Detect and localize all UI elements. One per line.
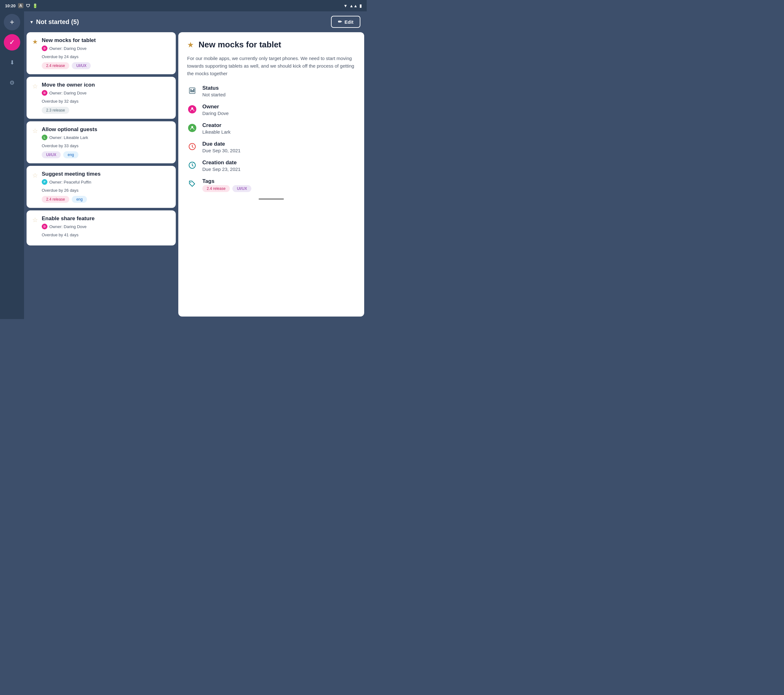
- task-meta: D Owner: Daring Dove: [42, 46, 170, 51]
- detail-header: ★ New mocks for tablet: [187, 40, 355, 49]
- fab-add-button[interactable]: +: [4, 14, 20, 30]
- field-label: Owner: [202, 104, 355, 110]
- task-list-panel: ★ New mocks for tablet D Owner: Daring D…: [26, 32, 178, 317]
- battery-level-icon: ▮: [359, 3, 362, 8]
- task-card[interactable]: ☆ Allow optional guests L Owner: Likeabl…: [26, 121, 176, 163]
- task-tags: 2.4 release eng: [42, 196, 170, 203]
- tag: 2.4 release: [42, 62, 69, 69]
- svg-rect-1: [190, 89, 191, 92]
- svg-point-8: [190, 182, 191, 183]
- svg-rect-2: [192, 90, 193, 92]
- tag: 2.4 release: [42, 196, 69, 203]
- status-bar: 10:20 A 🛡 🔋 ▼ ▲▲ ▮: [0, 0, 367, 12]
- panels: ★ New mocks for tablet D Owner: Daring D…: [24, 32, 367, 319]
- field-content: Owner Daring Dove: [202, 104, 355, 116]
- status-bar-right: ▼ ▲▲ ▮: [343, 3, 362, 8]
- task-title: Allow optional guests: [42, 127, 170, 133]
- owner-avatar: P: [42, 179, 48, 185]
- overdue-text: Overdue by 33 days: [42, 143, 170, 148]
- owner-name: Owner: Daring Dove: [49, 224, 87, 229]
- task-meta: P Owner: Peaceful Puffin: [42, 179, 170, 185]
- header: ▾ Not started (5) ✏ Edit: [24, 12, 367, 32]
- star-empty-icon: ☆: [32, 82, 38, 90]
- tag: UI/UX: [232, 185, 251, 192]
- edit-button[interactable]: ✏ Edit: [331, 16, 361, 28]
- task-info: Allow optional guests L Owner: Likeable …: [42, 127, 170, 141]
- owner-avatar: D: [42, 223, 48, 229]
- task-card-header: ☆ Allow optional guests L Owner: Likeabl…: [32, 127, 170, 141]
- detail-field-tags: Tags 2.4 release UI/UX: [187, 178, 355, 192]
- tag: eng: [72, 196, 87, 203]
- field-label: Status: [202, 85, 355, 91]
- status-bar-left: 10:20 A 🛡 🔋: [5, 3, 38, 8]
- field-content: Tags 2.4 release UI/UX: [202, 178, 355, 192]
- time-display: 10:20: [5, 3, 15, 8]
- star-filled-icon: ★: [187, 40, 194, 49]
- sidebar-item-inbox[interactable]: ⬇: [4, 54, 20, 71]
- pencil-icon: ✏: [338, 19, 342, 25]
- field-label: Due date: [202, 141, 355, 147]
- detail-field-creation-date: Creation date Due Sep 23, 2021: [187, 159, 355, 172]
- task-info: Suggest meeting times P Owner: Peaceful …: [42, 171, 170, 186]
- detail-field-due-date: Due date Due Sep 30, 2021: [187, 141, 355, 153]
- sidebar-item-tasks[interactable]: ✓: [4, 34, 20, 51]
- scroll-indicator: [259, 199, 284, 200]
- shield-icon: 🛡: [26, 3, 30, 8]
- plus-icon: +: [10, 18, 14, 26]
- field-content: Creation date Due Sep 23, 2021: [202, 159, 355, 172]
- task-card[interactable]: ★ New mocks for tablet D Owner: Daring D…: [26, 32, 176, 74]
- task-tags: 2.3 release: [42, 107, 170, 114]
- field-label: Tags: [202, 178, 355, 184]
- task-card-header: ☆ Move the owner icon D Owner: Daring Do…: [32, 82, 170, 97]
- task-info: Move the owner icon D Owner: Daring Dove: [42, 82, 170, 97]
- overdue-text: Overdue by 24 days: [42, 54, 170, 59]
- task-meta: D Owner: Daring Dove: [42, 90, 170, 96]
- owner-name: Owner: Daring Dove: [49, 46, 87, 51]
- creator-icon: [187, 123, 197, 133]
- content-area: ▾ Not started (5) ✏ Edit ★ New mocks for…: [24, 12, 367, 319]
- task-title: Move the owner icon: [42, 82, 170, 88]
- task-card-header: ☆ Suggest meeting times P Owner: Peacefu…: [32, 171, 170, 186]
- owner-avatar: L: [42, 135, 48, 140]
- status-icon: [187, 85, 197, 96]
- app-icon-a: A: [18, 3, 23, 8]
- header-title: Not started (5): [36, 18, 79, 26]
- field-value: Due Sep 23, 2021: [202, 166, 355, 172]
- star-empty-icon: ☆: [32, 127, 38, 135]
- task-tags: 2.4 release UI/UX: [42, 62, 170, 69]
- field-content: Creator Likeable Lark: [202, 122, 355, 135]
- check-circle-icon: ✓: [9, 38, 15, 46]
- due-date-icon: [187, 141, 197, 152]
- header-left: ▾ Not started (5): [30, 18, 79, 26]
- star-filled-icon: ★: [32, 38, 38, 46]
- tag: UI/UX: [72, 62, 91, 69]
- task-card-header: ☆ Enable share feature D Owner: Daring D…: [32, 215, 170, 231]
- task-card[interactable]: ☆ Enable share feature D Owner: Daring D…: [26, 210, 176, 245]
- task-title: Suggest meeting times: [42, 171, 170, 177]
- overdue-text: Overdue by 41 days: [42, 233, 170, 237]
- creation-date-icon: [187, 160, 197, 170]
- task-card[interactable]: ☆ Suggest meeting times P Owner: Peacefu…: [26, 166, 176, 208]
- chevron-down-icon[interactable]: ▾: [30, 19, 33, 25]
- signal-icon: ▲▲: [349, 3, 357, 8]
- owner-name: Owner: Daring Dove: [49, 91, 87, 95]
- detail-field-status: Status Not started: [187, 85, 355, 97]
- star-empty-icon: ☆: [32, 216, 38, 223]
- field-value: Due Sep 30, 2021: [202, 148, 355, 153]
- tag: UI/UX: [42, 151, 61, 158]
- task-title: Enable share feature: [42, 215, 170, 222]
- field-value: Daring Dove: [202, 110, 355, 116]
- owner-name: Owner: Likeable Lark: [49, 135, 88, 140]
- sidebar-item-settings[interactable]: ⚙: [4, 74, 20, 91]
- detail-description: For our mobile apps, we currently only t…: [187, 55, 355, 77]
- field-value: Not started: [202, 92, 355, 97]
- owner-avatar: D: [42, 46, 48, 51]
- field-content: Due date Due Sep 30, 2021: [202, 141, 355, 153]
- gear-icon: ⚙: [10, 79, 15, 86]
- task-card[interactable]: ☆ Move the owner icon D Owner: Daring Do…: [26, 77, 176, 119]
- svg-point-5: [191, 126, 193, 128]
- task-meta: L Owner: Likeable Lark: [42, 135, 170, 140]
- inbox-icon: ⬇: [10, 59, 15, 66]
- overdue-text: Overdue by 32 days: [42, 99, 170, 104]
- task-info: New mocks for tablet D Owner: Daring Dov…: [42, 37, 170, 53]
